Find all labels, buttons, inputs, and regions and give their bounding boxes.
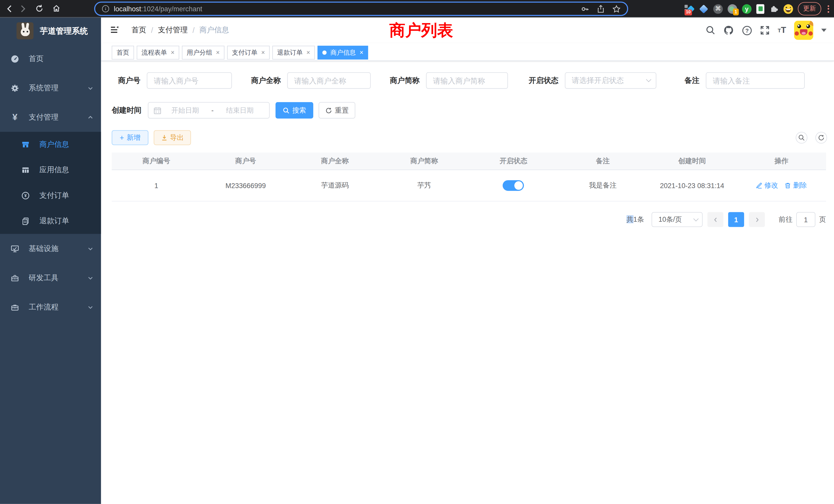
top-navbar: 首页 / 支付管理 / 商户信息 商户列表 ? T [101, 18, 834, 43]
help-icon[interactable]: ? [742, 25, 752, 35]
column-header: 创建时间 [647, 153, 737, 169]
cell-merchant-no: M233666999 [201, 170, 290, 201]
search-button[interactable]: 搜索 [276, 102, 313, 118]
extension-y-icon[interactable]: y [742, 4, 751, 14]
site-info-icon[interactable] [102, 5, 110, 13]
close-icon[interactable]: × [359, 49, 363, 56]
browser-update-button[interactable]: 更新 [798, 2, 821, 16]
prev-page-button[interactable] [707, 212, 723, 227]
column-header: 商户号 [201, 153, 290, 169]
browser-forward-button[interactable] [16, 2, 29, 15]
refresh-icon [325, 107, 332, 113]
full-name-input[interactable] [287, 72, 371, 89]
yen-icon: ¥ [10, 113, 19, 121]
toolbox-icon [10, 274, 19, 282]
tab-process-form[interactable]: 流程表单× [137, 46, 179, 60]
sidebar-item-label: 商户信息 [39, 140, 69, 150]
url-bar[interactable]: localhost:1024/pay/merchant [94, 2, 628, 16]
pagination-total: 共1条 [627, 215, 644, 224]
add-button[interactable]: + 新增 [112, 130, 148, 145]
close-icon[interactable]: × [171, 49, 175, 56]
password-key-icon[interactable] [581, 5, 589, 13]
shop-icon [21, 140, 30, 149]
sidebar-item-infra[interactable]: 基础设施 [0, 234, 101, 263]
field-label: 备注 [684, 76, 699, 85]
short-name-input[interactable] [426, 72, 508, 89]
profile-avatar-icon[interactable] [784, 4, 793, 14]
sidebar-item-pay[interactable]: ¥ 支付管理 [0, 102, 101, 132]
column-header: 商户编号 [112, 153, 201, 169]
browser-reload-button[interactable] [33, 2, 46, 15]
refresh-table-button[interactable] [815, 132, 827, 144]
extension-notes-icon[interactable] [756, 4, 764, 14]
breadcrumb-pay[interactable]: 支付管理 [158, 25, 188, 35]
page-number-1[interactable]: 1 [728, 212, 744, 227]
reset-button[interactable]: 重置 [319, 102, 355, 118]
briefcase-icon [10, 303, 19, 311]
browser-menu-icon[interactable] [826, 5, 831, 13]
sidebar-item-label: 工作流程 [29, 302, 59, 312]
sidebar-item-app-info[interactable]: 应用信息 [0, 157, 101, 183]
close-icon[interactable]: × [216, 49, 220, 56]
sidebar-item-system[interactable]: 系统管理 [0, 73, 101, 102]
breadcrumb-home[interactable]: 首页 [131, 25, 146, 35]
sidebar-item-dev-tools[interactable]: 研发工具 [0, 263, 101, 292]
user-avatar[interactable] [794, 21, 813, 40]
extension-gem-icon[interactable] [699, 4, 708, 14]
tab-merchant-info[interactable]: 商户信息× [317, 46, 368, 60]
download-icon [161, 135, 168, 141]
goto-page-input[interactable] [796, 212, 815, 227]
share-icon[interactable] [597, 5, 605, 13]
browser-home-button[interactable] [50, 2, 63, 15]
cell-operations: 修改 删除 [737, 170, 826, 201]
app-logo[interactable]: 芋道管理系统 [0, 18, 101, 44]
goto-label: 前往 [779, 215, 793, 224]
font-size-icon[interactable]: TT [778, 25, 786, 35]
bookmark-star-icon[interactable] [612, 5, 621, 13]
sidebar: 芋道管理系统 首页 系统管理 ¥ 支付管理 [0, 18, 101, 504]
browser-back-button[interactable] [3, 2, 16, 15]
sidebar-item-pay-order[interactable]: ¥ 支付订单 [0, 183, 101, 208]
tab-pay-order[interactable]: 支付订单× [227, 46, 270, 60]
filter-row-2: 创建时间 开始日期 - 结束日期 搜索 重置 [112, 102, 826, 118]
table-toolbar: + 新增 导出 [101, 130, 834, 145]
extension-blue-diamond-icon[interactable]: 10 [684, 4, 694, 14]
tab-home[interactable]: 首页 [112, 46, 134, 60]
delete-link[interactable]: 删除 [785, 181, 807, 190]
sidebar-item-refund-order[interactable]: 退款订单 [0, 208, 101, 234]
tab-user-group[interactable]: 用户分组× [182, 46, 224, 60]
close-icon[interactable]: × [261, 49, 265, 56]
date-range-picker[interactable]: 开始日期 - 结束日期 [148, 102, 270, 118]
tab-refund-order[interactable]: 退款订单× [272, 46, 315, 60]
page-size-select[interactable]: 10条/页 [652, 212, 703, 227]
grid-icon [21, 166, 30, 174]
toggle-search-button[interactable] [796, 132, 808, 144]
extension-gray-circle-icon[interactable]: 1 [728, 4, 737, 14]
search-icon[interactable] [706, 25, 716, 35]
extension-command-icon[interactable]: ⌘ [713, 4, 723, 14]
remark-input[interactable] [706, 72, 805, 89]
close-icon[interactable]: × [306, 49, 310, 56]
logo-rabbit-image [17, 22, 34, 39]
sidebar-item-label: 支付管理 [29, 112, 59, 122]
search-icon [283, 107, 289, 113]
merchant-no-input[interactable] [147, 72, 232, 89]
fullscreen-icon[interactable] [760, 25, 770, 35]
github-icon[interactable] [723, 25, 734, 36]
export-button[interactable]: 导出 [154, 130, 191, 145]
sidebar-item-merchant-info[interactable]: 商户信息 [0, 132, 101, 157]
plus-icon: + [120, 134, 124, 141]
sidebar-collapse-icon[interactable] [109, 25, 119, 37]
sidebar-item-workflow[interactable]: 工作流程 [0, 292, 101, 322]
filter-status: 开启状态 请选择开启状态 [529, 72, 656, 89]
extensions-puzzle-icon[interactable] [769, 4, 778, 14]
tags-view-bar: 首页 流程表单× 用户分组× 支付订单× 退款订单× 商户信息× [101, 43, 834, 61]
sidebar-submenu-pay: 商户信息 应用信息 ¥ 支付订单 退款订单 [0, 132, 101, 234]
edit-link[interactable]: 修改 [756, 181, 778, 190]
user-menu-caret-icon[interactable] [821, 29, 827, 32]
sidebar-item-home[interactable]: 首页 [0, 44, 101, 73]
sidebar-item-label: 首页 [29, 54, 44, 63]
next-page-button[interactable] [749, 212, 765, 227]
status-toggle[interactable] [503, 180, 524, 191]
status-select[interactable]: 请选择开启状态 [565, 72, 656, 89]
